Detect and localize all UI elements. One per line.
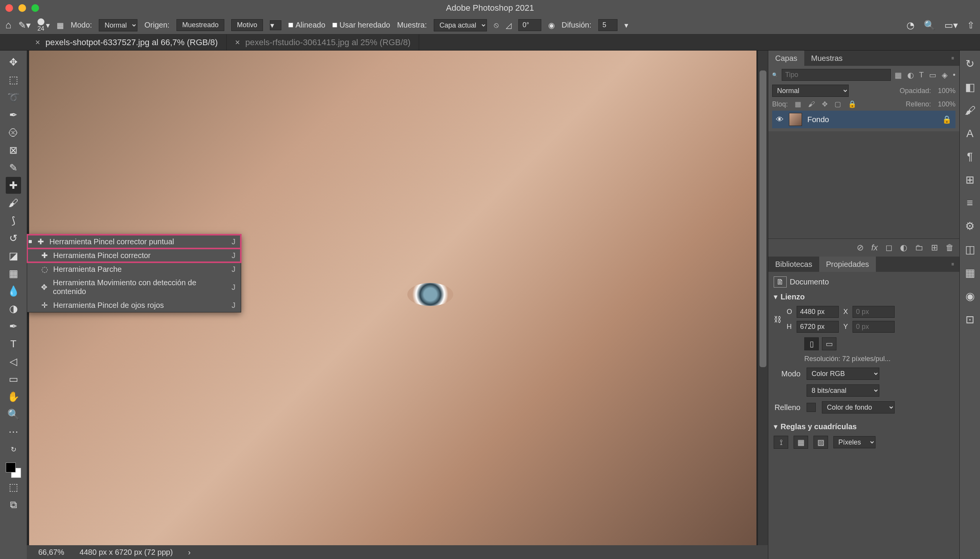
layer-filter-input[interactable] [782,69,891,81]
clone-stamp-tool[interactable]: ⟆ [6,212,21,229]
history-brush-tool[interactable]: ↺ [6,230,21,246]
legacy-checkbox[interactable]: Usar heredado [332,21,390,30]
minimize-window-button[interactable] [18,4,26,12]
sample-select[interactable]: Capa actual [434,19,487,31]
ignore-adjustment-icon[interactable]: ⦸ [494,21,499,30]
angle-field[interactable] [518,19,541,31]
layers-icon[interactable]: ◫ [965,243,975,256]
foreground-color-swatch[interactable] [6,463,16,473]
paragraph-icon[interactable]: ¶ [967,150,973,163]
eraser-tool[interactable]: ◪ [6,247,21,264]
move-tool[interactable]: ✥ [6,54,21,70]
link-layers-icon[interactable]: ⊘ [857,243,864,253]
navigator-icon[interactable]: ⊡ [965,313,974,326]
layer-mask-icon[interactable]: ◻ [886,243,892,253]
frame-tool[interactable]: ⊠ [6,142,21,159]
adjustments-icon[interactable]: ⊞ [965,174,974,186]
cloud-docs-icon[interactable]: ◔ [907,20,914,31]
crop-tool[interactable]: ⮾ [6,124,21,141]
link-dimensions-icon[interactable]: ⛓ [773,315,781,324]
angle-icon[interactable]: ◿ [506,21,511,30]
type-tool[interactable]: T [6,336,21,352]
new-layer-icon[interactable]: ⊞ [931,243,938,253]
quick-select-tool[interactable]: ✒ [6,106,21,123]
lock-pixels-icon[interactable]: 🖌 [808,100,815,108]
x-field[interactable] [853,306,895,318]
width-field[interactable] [797,306,839,318]
tool-presets-icon[interactable]: ⚙ [965,220,975,232]
share-icon[interactable]: ⇧ [967,20,975,31]
grid-icon[interactable]: ▦ [793,436,808,449]
fill-swatch[interactable] [806,403,816,412]
vertical-scrollbar[interactable] [758,51,768,545]
pattern-swatch[interactable]: ▾ [270,20,281,30]
home-icon[interactable]: ⌂ [5,19,12,31]
color-switch-icon[interactable]: ↻ [6,441,21,458]
layer-item[interactable]: 👁 Fondo 🔒 [772,111,955,128]
brush-settings-icon[interactable]: 🖌 [965,104,975,117]
orientation-portrait-button[interactable]: ▯ [804,337,819,350]
fill-color-select[interactable]: Color de fondo [822,401,895,413]
eyedropper-tool[interactable]: ✎ [6,159,21,176]
panel-menu-icon[interactable]: ≡ [946,56,959,61]
workspace-icon[interactable]: ▭▾ [944,20,958,31]
layer-name[interactable]: Fondo [807,115,829,124]
brush-settings-icon[interactable]: ▦ [57,21,64,30]
lock-artboard-icon[interactable]: ▢ [835,100,841,108]
tab-libraries[interactable]: Bibliotecas [768,256,819,272]
filter-shape-icon[interactable]: ▭ [929,70,936,79]
tab-swatches[interactable]: Muestras [804,51,849,66]
ruler-units-select[interactable]: Píxeles [833,436,876,448]
search-icon[interactable]: 🔍 [924,20,935,31]
opacity-value[interactable]: 100% [938,87,955,95]
group-icon[interactable]: 🗀 [915,243,923,253]
status-chevron-icon[interactable]: › [188,548,191,557]
character-icon[interactable]: A [966,127,973,140]
brush-preset[interactable]: 24 ▾ [38,18,50,32]
rectangle-tool[interactable]: ▭ [6,370,21,387]
filter-smart-icon[interactable]: ◈ [942,70,947,79]
actions-icon[interactable]: ≡ [967,197,973,209]
document-tab-inactive[interactable]: × pexels-rfstudio-3061415.jpg al 25% (RG… [226,35,420,50]
delete-layer-icon[interactable]: 🗑 [945,243,954,253]
lasso-tool[interactable]: ➰ [6,89,21,106]
lock-transparency-icon[interactable]: ▦ [795,100,801,108]
ruler-icon[interactable]: ⟟ [773,436,788,449]
diffusion-field[interactable] [598,19,618,31]
channels-icon[interactable]: ▦ [965,266,975,279]
dodge-tool[interactable]: ◑ [6,300,21,317]
hand-tool[interactable]: ✋ [6,388,21,405]
history-icon[interactable]: ↻ [965,58,974,70]
gradient-tool[interactable]: ▦ [6,265,21,282]
path-select-tool[interactable]: ◁ [6,353,21,370]
pressure-icon[interactable]: ◉ [548,21,555,30]
brush-tool[interactable]: 🖌 [6,195,21,211]
orientation-landscape-button[interactable]: ▭ [822,337,836,350]
color-icon[interactable]: ◧ [965,81,975,93]
flyout-item-red-eye[interactable]: ✛ Herramienta Pincel de ojos rojos J [27,298,241,312]
healing-brush-tool[interactable]: ✚ [6,177,21,194]
flyout-item-content-aware-move[interactable]: ✥ Herramienta Movimiento con detección d… [27,276,241,298]
flyout-item-healing[interactable]: ✚ Herramienta Pincel corrector J [27,248,241,262]
scrollbar-thumb[interactable] [760,70,767,367]
expand-icon[interactable]: ▾ [773,292,777,301]
filter-type-icon[interactable]: T [919,70,924,79]
chevron-down-icon[interactable]: ▾ [625,21,628,30]
adjustment-layer-icon[interactable]: ◐ [900,243,907,253]
edit-toolbar-icon[interactable]: ⋯ [6,423,21,440]
layer-thumbnail[interactable] [789,113,802,126]
origin-pattern-button[interactable]: Motivo [231,19,263,31]
paths-icon[interactable]: ◉ [965,290,975,303]
color-swatches[interactable] [6,463,21,478]
tab-properties[interactable]: Propiedades [819,256,876,272]
quick-mask-icon[interactable]: ⬚ [6,479,21,495]
lock-position-icon[interactable]: ✥ [822,100,828,108]
height-field[interactable] [797,321,839,333]
filter-adjust-icon[interactable]: ◐ [907,70,914,79]
close-window-button[interactable] [5,4,13,12]
flyout-item-patch[interactable]: ◌ Herramienta Parche J [27,262,241,276]
blend-mode-select[interactable]: Normal [772,84,849,97]
panel-menu-icon[interactable]: ≡ [946,261,959,267]
layer-effects-icon[interactable]: fx [871,243,878,253]
expand-icon[interactable]: ▾ [773,422,777,431]
